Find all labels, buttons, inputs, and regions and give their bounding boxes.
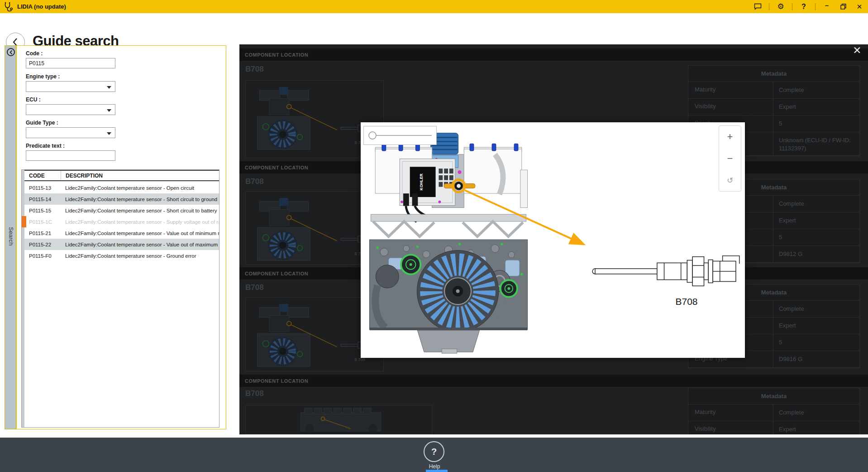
sensor-connector-drawing [589, 250, 741, 290]
component-location-thumbnail[interactable] [245, 405, 432, 434]
metadata-value: Unknown (ECU-ID / FW-ID: 11132397) [773, 132, 859, 155]
column-header-description: DESCRIPTION [61, 171, 103, 180]
image-zoom-controls: + − ↺ [719, 125, 741, 192]
predicate-text-input[interactable] [26, 150, 115, 161]
stethoscope-logo-icon [4, 2, 13, 12]
titlebar: LIDIA (no update) ⚙ ? – ✕ [0, 0, 868, 13]
component-id-heading: B708 [245, 65, 264, 74]
section-header-label: COMPONENT LOCATION [245, 52, 308, 58]
zoom-out-button[interactable]: − [719, 148, 741, 169]
table-row[interactable]: P0115-1CLidec2Family:Coolant temperature… [24, 216, 219, 227]
row-code: P0115-1C [24, 219, 61, 225]
bottom-bar: ? Help [0, 438, 868, 472]
taskbar-peek-indicator [426, 470, 448, 472]
chevron-down-icon [107, 132, 111, 135]
minimize-button[interactable]: – [822, 2, 832, 12]
metadata-title: Metadata [688, 66, 859, 82]
titlebar-divider [769, 3, 769, 10]
table-row[interactable]: P0115-22Lidec2Family:Coolant temperature… [24, 239, 219, 250]
chevron-down-icon [107, 86, 111, 89]
row-code: P0115-F0 [24, 253, 61, 259]
component-id-heading: B708 [245, 283, 264, 292]
row-description: Lidec2Family:Coolant temperature sensor … [61, 219, 219, 225]
metadata-value: Complete [773, 196, 859, 212]
close-icon[interactable]: ✕ [850, 43, 864, 57]
metadata-value: D9816 G [773, 351, 859, 367]
row-description: Lidec2Family:Coolant temperature sensor … [61, 185, 219, 191]
metadata-value: D9812 G [773, 246, 859, 262]
collapse-panel-button[interactable] [7, 48, 15, 56]
row-code: P0115-14 [24, 197, 61, 202]
metadata-row: VisibilityExpert [688, 421, 859, 434]
metadata-value: Expert [773, 99, 859, 115]
metadata-value: 5 [773, 116, 859, 132]
chevron-down-icon [107, 109, 111, 112]
row-description: Lidec2Family:Coolant temperature sensor … [61, 253, 219, 259]
feedback-icon[interactable] [753, 2, 763, 12]
component-label: B708 [650, 296, 723, 307]
row-code: P0115-15 [24, 208, 61, 213]
table-body: P0115-13Lidec2Family:Coolant temperature… [24, 182, 219, 261]
ecu-dropdown[interactable] [26, 104, 115, 115]
search-panel: Search Code : Engine type : ECU : Guide … [5, 45, 226, 429]
table-row[interactable]: P0115-F0Lidec2Family:Coolant temperature… [24, 250, 219, 261]
metadata-value: Expert [773, 421, 859, 434]
zoom-in-button[interactable]: + [719, 126, 741, 148]
guide-type-dropdown[interactable] [26, 127, 115, 138]
metadata-label: Visibility [688, 421, 773, 434]
section-header-bar: COMPONENT LOCATION [239, 48, 868, 61]
metadata-value: Complete [773, 82, 859, 98]
metadata-row: MaturityComplete [688, 405, 859, 421]
window-close-button[interactable]: ✕ [854, 2, 864, 12]
restore-button[interactable] [838, 2, 848, 12]
code-input[interactable] [26, 58, 115, 68]
engine-type-dropdown[interactable] [26, 81, 115, 92]
settings-gear-icon[interactable]: ⚙ [776, 2, 786, 12]
metadata-panel: MetadataMaturityCompleteVisibilityExpert [688, 388, 860, 434]
row-description: Lidec2Family:Coolant temperature sensor … [61, 242, 219, 247]
titlebar-divider [815, 3, 816, 10]
search-tab-label: Search [8, 227, 14, 246]
metadata-value: Expert [773, 318, 859, 334]
titlebar-help-icon[interactable]: ? [799, 2, 809, 12]
callout-legend-box [363, 126, 437, 145]
column-header-code: CODE [24, 173, 61, 179]
section-header-bar: COMPONENT LOCATION [239, 375, 868, 387]
metadata-row: VisibilityExpert [688, 99, 859, 116]
table-row[interactable]: P0115-13Lidec2Family:Coolant temperature… [24, 182, 219, 193]
help-button[interactable]: ? [424, 441, 444, 462]
component-id-heading: B708 [245, 177, 264, 186]
metadata-label: Visibility [688, 99, 773, 115]
search-form: Code : Engine type : ECU : Guide Type : … [17, 46, 226, 429]
section-header-label: COMPONENT LOCATION [245, 271, 308, 276]
titlebar-divider [792, 3, 792, 10]
reset-view-button[interactable]: ↺ [719, 169, 741, 191]
table-row[interactable]: P0115-14Lidec2Family:Coolant temperature… [24, 193, 219, 205]
section-header-label: COMPONENT LOCATION [245, 378, 308, 384]
metadata-title: Metadata [688, 388, 859, 405]
row-description: Lidec2Family:Coolant temperature sensor … [61, 231, 219, 236]
engine-type-label: Engine type : [26, 73, 60, 80]
ecu-label: ECU : [26, 96, 41, 103]
search-panel-collapse-strip[interactable]: Search [5, 46, 17, 429]
app-window: LIDIA (no update) ⚙ ? – ✕ Guide search [0, 0, 868, 472]
row-code: P0115-13 [24, 185, 61, 191]
engine-front-view-image: KOHLER [362, 128, 534, 354]
table-header: CODE DESCRIPTION [24, 170, 219, 181]
metadata-value: Complete [773, 405, 859, 421]
table-row[interactable]: P0115-15Lidec2Family:Coolant temperature… [24, 205, 219, 216]
table-row[interactable]: P0115-21Lidec2Family:Coolant temperature… [24, 227, 219, 239]
row-code: P0115-22 [24, 242, 61, 247]
component-location-modal: KOHLER [361, 122, 745, 358]
metadata-value: Complete [773, 301, 859, 317]
svg-text:B 708: B 708 [354, 357, 365, 362]
row-description: Lidec2Family:Coolant temperature sensor … [61, 197, 219, 202]
bottom-divider [0, 434, 868, 438]
results-table: CODE DESCRIPTION P0115-13Lidec2Family:Co… [21, 169, 219, 428]
svg-text:KOHLER: KOHLER [419, 173, 424, 190]
metadata-label: Maturity [688, 82, 773, 98]
disabled-row-marker [22, 216, 26, 227]
metadata-label: Maturity [688, 405, 773, 421]
app-title: LIDIA (no update) [17, 3, 66, 10]
row-code: P0115-21 [24, 231, 61, 236]
